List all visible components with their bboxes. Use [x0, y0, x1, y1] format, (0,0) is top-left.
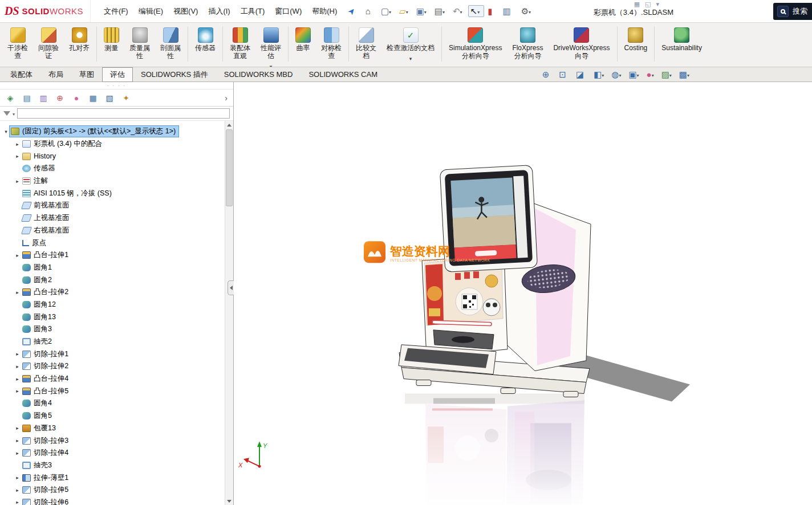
tree-item[interactable]: ▸ 切除-拉伸6: [0, 496, 225, 505]
tree-item[interactable]: 原点: [0, 237, 225, 249]
ribbon-button[interactable]: [441, 26, 442, 62]
expand-arrow-icon[interactable]: ▸: [14, 290, 21, 295]
ribbon-button[interactable]: 检查激活的文档: [381, 24, 440, 60]
ribbon-button[interactable]: 比较文 档: [351, 24, 381, 67]
open-icon[interactable]: ▱: [397, 5, 413, 17]
expand-arrow-icon[interactable]: ▸: [14, 178, 21, 184]
command-tab[interactable]: SOLIDWORKS 插件: [133, 67, 216, 82]
ribbon-button[interactable]: [617, 26, 618, 62]
grid-icon[interactable]: ▦: [634, 0, 640, 8]
apply-scene-icon[interactable]: ▨: [661, 70, 673, 79]
display-style-icon[interactable]: ◧: [594, 70, 606, 79]
ribbon-button[interactable]: Sustainability: [656, 24, 707, 60]
tree-item[interactable]: ▸ 切除-拉伸5: [0, 484, 225, 496]
lottery-machine-model[interactable]: [399, 165, 591, 397]
select-cursor-icon[interactable]: ↖: [468, 5, 485, 17]
tree-item[interactable]: ▸ 凸台-拉伸4: [0, 373, 225, 385]
command-tab[interactable]: 布局: [40, 67, 71, 82]
expand-arrow-icon[interactable]: ▸: [14, 376, 21, 382]
tree-item[interactable]: ▸ 切除-拉伸4: [0, 447, 225, 459]
home-icon[interactable]: ⌂: [363, 5, 377, 17]
save-icon[interactable]: ▣: [414, 5, 431, 17]
ribbon-button[interactable]: 质量属 性: [124, 24, 155, 67]
configurationmanager-tab-icon[interactable]: ▥: [37, 92, 50, 104]
tree-item[interactable]: ▸ History: [0, 150, 225, 162]
scrollbar-thumb[interactable]: [226, 129, 233, 206]
command-tab[interactable]: 装配体: [2, 67, 40, 82]
tree-item[interactable]: 右视基准面: [0, 225, 225, 237]
ribbon-button[interactable]: [188, 26, 188, 62]
expand-arrow-icon[interactable]: ▸: [14, 252, 21, 258]
tree-item[interactable]: ▸ 彩票机 (3.4) 中的配合: [0, 138, 225, 150]
tree-item[interactable]: 上视基准面: [0, 212, 225, 225]
expand-arrow-icon[interactable]: ▸: [14, 351, 21, 357]
tree-scrollbar[interactable]: [225, 121, 233, 505]
tree-item[interactable]: 圆角2: [0, 274, 225, 286]
tree-item[interactable]: 传感器: [0, 162, 225, 175]
expand-arrow-icon[interactable]: ▸: [14, 141, 21, 147]
tree-item[interactable]: ▾ (固定) 前头板<1> -> (默认<<默认>_显示状态 1>): [0, 125, 225, 138]
expand-arrow-icon[interactable]: ▸: [14, 364, 21, 369]
tree-item[interactable]: 圆角5: [0, 410, 225, 422]
file-properties-icon[interactable]: ▥: [500, 5, 517, 17]
scroll-down-icon[interactable]: [225, 497, 233, 505]
expand-arrow-icon[interactable]: ▸: [14, 438, 21, 443]
tree-item[interactable]: 圆角4: [0, 397, 225, 410]
ribbon-button[interactable]: Costing: [619, 24, 653, 60]
ribbon-button[interactable]: 曲率: [290, 24, 316, 60]
tree-item[interactable]: ▸ 注解: [0, 175, 225, 188]
expand-arrow-icon[interactable]: ▸: [14, 153, 21, 159]
command-tab[interactable]: 评估: [102, 67, 133, 82]
view-orientation-icon[interactable]: ▣: [628, 70, 640, 79]
command-tab[interactable]: SOLIDWORKS MBD: [216, 68, 301, 81]
rebuild-icon[interactable]: ▮: [485, 5, 499, 17]
command-tab[interactable]: SOLIDWORKS CAM: [301, 68, 385, 81]
propertymanager-tab-icon[interactable]: ▤: [21, 92, 33, 104]
filter-dropdown-icon[interactable]: [13, 109, 15, 117]
tree-item[interactable]: ▸ 切除-拉伸3: [0, 434, 225, 447]
panel-resize-handle[interactable]: [0, 82, 233, 89]
menu-item[interactable]: 文件(F): [99, 3, 133, 19]
ribbon-button[interactable]: 间隙验 证: [33, 24, 64, 67]
expand-arrow-icon[interactable]: ▸: [14, 425, 21, 431]
tree-item[interactable]: ▸ 凸台-拉伸5: [0, 385, 225, 397]
edit-appearance-icon[interactable]: ●: [647, 70, 656, 79]
view-settings-icon[interactable]: ▩: [679, 70, 691, 79]
ribbon-button[interactable]: [288, 26, 289, 62]
tree-item[interactable]: ▸ 包覆13: [0, 422, 225, 435]
tree-item[interactable]: ▸ 拉伸-薄壁1: [0, 471, 225, 484]
tree-item[interactable]: 前视基准面: [0, 199, 225, 212]
menu-item[interactable]: 窗口(W): [270, 3, 307, 19]
hide-show-items-icon[interactable]: ◍: [611, 70, 623, 79]
expand-arrow-icon[interactable]: ▸: [14, 388, 21, 394]
panel-tabs-chevron-icon[interactable]: ›: [223, 93, 229, 103]
ribbon-button[interactable]: [222, 26, 223, 62]
menu-item[interactable]: 视图(V): [168, 3, 203, 19]
tree-item[interactable]: 圆角3: [0, 323, 225, 336]
zoom-area-icon[interactable]: ⊡: [559, 70, 570, 79]
menu-item[interactable]: 插入(I): [203, 3, 235, 19]
cam-feature-tree-tab-icon[interactable]: ▦: [87, 92, 99, 104]
section-view-icon[interactable]: ◪: [576, 70, 588, 79]
ribbon-button[interactable]: 传感器: [190, 24, 221, 60]
menu-item[interactable]: 工具(T): [236, 3, 270, 19]
options-gear-icon[interactable]: ⚙: [519, 5, 535, 17]
restore-layout-icon[interactable]: ◱: [645, 0, 651, 8]
panel-collapse-handle[interactable]: [228, 280, 234, 295]
ribbon-button[interactable]: 干涉检 查: [2, 24, 33, 67]
graphics-area[interactable]: 智造资料网 INTELLIGENT MANUFACTURING DATA NET…: [234, 82, 812, 505]
ribbon-button[interactable]: FloXpress 分析向导: [507, 24, 548, 67]
ribbon-button[interactable]: 装配体 直观: [225, 24, 255, 67]
cam-tools-tab-icon[interactable]: ✦: [120, 92, 132, 104]
zoom-fit-icon[interactable]: ⊕: [542, 70, 554, 79]
tree-item[interactable]: ▸ 切除-拉伸2: [0, 360, 225, 373]
print-icon[interactable]: ▤: [432, 5, 449, 17]
new-document-icon[interactable]: ▢: [379, 5, 396, 17]
dimxpertmanager-tab-icon[interactable]: ⊕: [54, 92, 66, 104]
featuremanager-tab-icon[interactable]: ◈: [4, 92, 17, 104]
chevron-down-icon[interactable]: ▾: [656, 0, 659, 8]
command-tab[interactable]: 草图: [71, 67, 102, 82]
tree-item[interactable]: 圆角12: [0, 299, 225, 311]
tree-item[interactable]: AISI 1015 钢，冷拔 (SS): [0, 187, 225, 199]
tree-filter-input[interactable]: [17, 108, 230, 119]
